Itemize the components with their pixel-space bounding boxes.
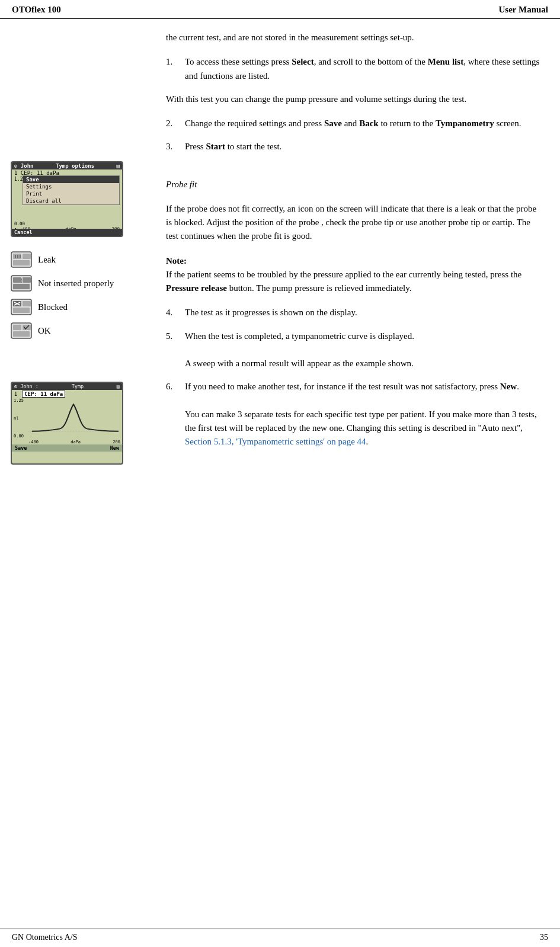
probe-icon-list: Leak ! Not inserted properly — [11, 251, 154, 339]
numbered-item-3: 3. Press Start to start the test. — [166, 140, 541, 153]
note-paragraph: Note: If the patient seems to be trouble… — [166, 254, 541, 296]
item1-num: 1. — [166, 55, 185, 83]
screen2-footer: Save New — [12, 444, 122, 452]
svg-rect-21 — [13, 331, 30, 337]
item5-num: 5. — [166, 329, 185, 371]
screen1-icon2: ▤ — [117, 163, 120, 169]
numbered-item-5: 5. When the test is completed, a tympano… — [166, 329, 541, 371]
item4-num: 4. — [166, 306, 185, 319]
item1-bold-menu: Menu list — [428, 57, 463, 66]
numbered-item-6: 6. If you need to make another test, for… — [166, 380, 541, 449]
probe-icon-not-inserted-item: ! Not inserted properly — [11, 275, 154, 292]
probe-icon-blocked-item: Blocked — [11, 299, 154, 315]
section-link: Section 5.1.3, 'Tympanometric settings' … — [185, 437, 366, 446]
svg-rect-14 — [23, 301, 31, 306]
svg-rect-19 — [13, 325, 21, 330]
note-text: If the patient seems to be troubled by t… — [166, 270, 521, 293]
company-name: GN Otometrics A/S — [12, 933, 77, 942]
mid-spacer — [11, 346, 154, 382]
item3-bold-start: Start — [206, 142, 225, 151]
screen1-menu-item-print: Print — [23, 190, 119, 197]
screen2-curve — [28, 399, 119, 436]
screen2-graph: 1.25 nl 0.00 -400 daPa — [12, 398, 122, 444]
blocked-icon — [11, 299, 32, 315]
left-column: ⚙ John Tymp options ▤ 1 CEP: 11 daPa 1.2… — [0, 31, 160, 479]
ok-icon — [11, 322, 32, 339]
screen2-icon-left: ⚙ John : — [14, 383, 39, 389]
screen1-menu-item-discard: Discard all — [23, 197, 119, 204]
screen1-menu-item-save: Save — [23, 176, 119, 183]
item4-text: The test as it progresses is shown on th… — [185, 306, 541, 319]
screen2-title: Tymp — [72, 383, 84, 389]
item1-bold-select: Select — [292, 57, 313, 66]
svg-rect-9 — [23, 277, 31, 283]
item2-text: Change the required settings and press S… — [185, 117, 541, 130]
probe-fit-heading-paragraph: Probe fit — [166, 178, 541, 191]
screen1-menu-item-settings: Settings — [23, 183, 119, 190]
item3-text: Press Start to start the test. — [185, 140, 541, 153]
svg-rect-15 — [13, 308, 30, 313]
screen2-header: ⚙ John : Tymp ▤ — [12, 383, 122, 390]
item6-num: 6. — [166, 380, 185, 449]
note-heading: Note: — [166, 256, 187, 265]
spacer1 — [166, 164, 541, 178]
note-bold-pressure: Pressure release — [166, 283, 227, 293]
item6-bold-new: New — [500, 382, 517, 391]
page-footer: GN Otometrics A/S 35 — [0, 929, 560, 947]
numbered-item-4: 4. The test as it progresses is shown on… — [166, 306, 541, 319]
page-number: 35 — [540, 933, 548, 942]
screen1-value-label: 0.00 — [14, 221, 25, 226]
item2-bold-back: Back — [359, 119, 379, 128]
device-screen-2: ⚙ John : Tymp ▤ 1 CEP: 11 daPa 1.25 — [11, 382, 123, 465]
svg-rect-3 — [13, 260, 30, 265]
probe-fit-heading: Probe fit — [166, 180, 197, 189]
screen1-icon: ⚙ John — [14, 163, 34, 169]
probe-fit-paragraph: If the probe does not fit correctly, an … — [166, 202, 541, 244]
screen2-yaxis: 1.25 nl 0.00 — [14, 398, 24, 439]
product-name: OTOflex 100 — [12, 5, 61, 15]
svg-rect-10 — [13, 284, 30, 289]
manual-title: User Manual — [499, 5, 548, 15]
item3-num: 3. — [166, 140, 185, 153]
main-content: ⚙ John Tymp options ▤ 1 CEP: 11 daPa 1.2… — [0, 19, 560, 503]
item6-extra: You can make 3 separate tests for each s… — [185, 409, 537, 447]
screen1-header: ⚙ John Tymp options ▤ — [12, 162, 122, 169]
item2-bold-tymp: Tympanometry — [436, 119, 494, 128]
leak-icon — [11, 251, 32, 268]
screen2-save-btn: Save — [15, 445, 27, 451]
item2-num: 2. — [166, 117, 185, 130]
screen2-xaxis: -400 daPa 200 — [28, 440, 120, 444]
not-inserted-label: Not inserted properly — [38, 279, 114, 289]
numbered-item-1: 1. To access these settings press Select… — [166, 55, 541, 83]
item6-main: If you need to make another test, for in… — [185, 382, 519, 391]
svg-text:!: ! — [20, 277, 22, 284]
svg-rect-2 — [23, 254, 31, 259]
pump-paragraph: With this test you can change the pump p… — [166, 92, 541, 106]
numbered-item-2: 2. Change the required settings and pres… — [166, 117, 541, 130]
probe-icon-ok-item: OK — [11, 322, 154, 339]
screen2-cep-box: CEP: 11 daPa — [22, 391, 65, 398]
top-spacer — [11, 31, 154, 161]
device-screen-1: ⚙ John Tymp options ▤ 1 CEP: 11 daPa 1.2… — [11, 161, 123, 237]
not-inserted-icon: ! — [11, 275, 32, 292]
screen1-cancel-bar: Cancel — [12, 229, 122, 236]
screen2-icon-right: ▤ — [117, 383, 120, 389]
screen1-title: Tymp options — [56, 163, 94, 169]
item1-text: To access these settings press Select, a… — [185, 55, 541, 83]
blocked-label: Blocked — [38, 302, 68, 312]
screen2-channel: 1 — [14, 391, 17, 397]
screen1-menu: Save Settings Print Discard all — [23, 175, 120, 205]
item5-extra: A sweep with a normal result will appear… — [185, 359, 414, 368]
right-column: the current test, and are not stored in … — [160, 31, 560, 479]
page-header: OTOflex 100 User Manual — [0, 0, 560, 19]
intro-paragraph: the current test, and are not stored in … — [166, 31, 541, 44]
ok-label: OK — [38, 326, 51, 336]
leak-label: Leak — [38, 255, 56, 265]
item2-bold-save: Save — [324, 119, 342, 128]
probe-icon-leak-item: Leak — [11, 251, 154, 268]
screen2-subheader: 1 CEP: 11 daPa — [12, 390, 122, 398]
item5-main: When the test is completed, a tympanomet… — [185, 331, 414, 341]
item6-text: If you need to make another test, for in… — [185, 380, 541, 449]
item5-text: When the test is completed, a tympanomet… — [185, 329, 541, 371]
screen2-new-btn: New — [110, 445, 119, 451]
